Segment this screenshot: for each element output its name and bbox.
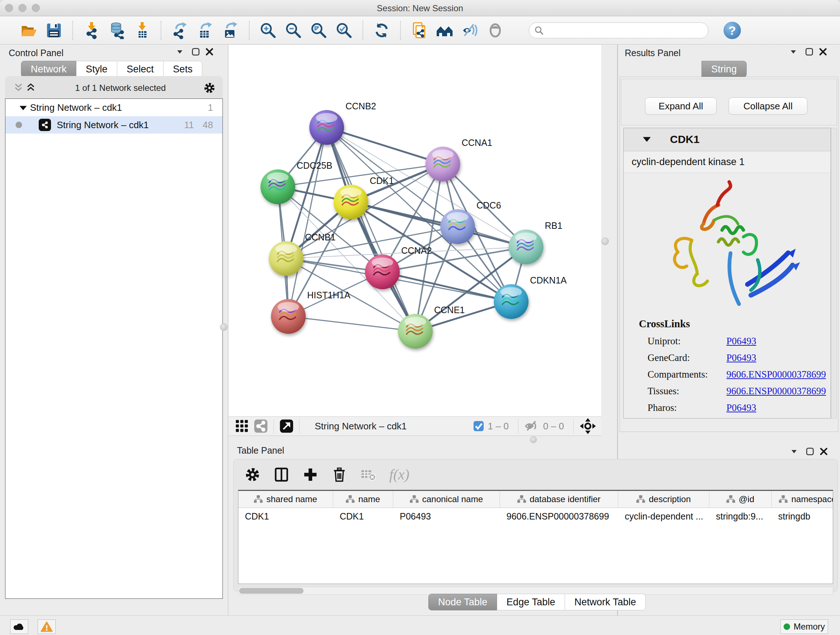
- close-panel-icon[interactable]: [205, 47, 214, 57]
- search-input[interactable]: [546, 24, 708, 37]
- crosslink-link-uniprot-[interactable]: P06493: [726, 336, 756, 347]
- hidden-eye-icon[interactable]: [524, 420, 539, 432]
- left-splitter-handle[interactable]: [220, 323, 227, 331]
- close-panel-icon[interactable]: [818, 47, 828, 57]
- panel-menu-icon[interactable]: [789, 47, 798, 57]
- column-header--id[interactable]: @id: [709, 491, 772, 508]
- column-header-canonical-name[interactable]: canonical name: [393, 491, 500, 508]
- search-field[interactable]: [529, 22, 708, 38]
- cell-description[interactable]: cyclin-dependent ...: [618, 508, 709, 524]
- grid-view-icon[interactable]: [235, 419, 249, 433]
- expand-all-button[interactable]: Expand All: [645, 97, 717, 115]
- network-graph[interactable]: CCNB2CCNA1CDC25BCDK1CDC6RB1CCNB1CCNA2CDK…: [229, 45, 601, 416]
- tab-style[interactable]: Style: [76, 61, 117, 78]
- float-panel-icon[interactable]: [805, 47, 814, 57]
- birds-eye-view-icon[interactable]: [579, 418, 596, 434]
- cell-shared-name[interactable]: CDK1: [238, 508, 333, 524]
- crosslink-link-tissues-[interactable]: 9606.ENSP00000378699: [726, 386, 826, 396]
- tab-network-table[interactable]: Network Table: [565, 594, 646, 610]
- network-row-selected[interactable]: String Network – cdk1 11 48: [5, 116, 223, 134]
- tab-sets[interactable]: Sets: [164, 61, 202, 78]
- edge-CCNB2-CCNE1[interactable]: [327, 127, 415, 331]
- collection-expand-icon[interactable]: [19, 102, 30, 113]
- delete-column-icon[interactable]: [332, 467, 347, 483]
- import-table-icon[interactable]: [134, 22, 151, 39]
- zoom-in-icon[interactable]: [259, 22, 277, 39]
- warnings-button[interactable]: [38, 619, 56, 634]
- crosslink-link-pharos-[interactable]: P06493: [726, 402, 756, 413]
- edge-CCNB2-CCNA1[interactable]: [327, 127, 443, 164]
- edge-CCNA2-CDKN1A[interactable]: [382, 272, 511, 302]
- results-scrollbar[interactable]: [831, 128, 837, 418]
- node-CCNA1[interactable]: CCNA1: [425, 138, 493, 181]
- save-session-icon[interactable]: [45, 22, 63, 39]
- crosslink-link-genecard-[interactable]: P06493: [726, 352, 756, 363]
- tab-edge-table[interactable]: Edge Table: [497, 594, 565, 610]
- table-options-gear-icon[interactable]: [245, 467, 261, 483]
- table-row[interactable]: CDK1CDK1P064939606.ENSP00000378699cyclin…: [238, 508, 833, 524]
- export-network-icon[interactable]: [171, 22, 188, 39]
- node-table[interactable]: shared namenamecanonical namedatabase id…: [238, 490, 833, 584]
- close-panel-icon[interactable]: [819, 447, 829, 456]
- refresh-icon[interactable]: [373, 22, 390, 39]
- crosslink-link-compartments-[interactable]: 9606.ENSP00000378699: [726, 369, 826, 380]
- selected-checkbox-icon[interactable]: [473, 421, 484, 432]
- tab-string[interactable]: String: [701, 61, 747, 78]
- right-splitter-handle[interactable]: [601, 238, 609, 245]
- zoom-fit-icon[interactable]: [310, 22, 327, 39]
- home-icon[interactable]: [436, 22, 453, 39]
- memory-button[interactable]: Memory: [780, 619, 828, 634]
- cloud-status-button[interactable]: [10, 619, 28, 634]
- detach-view-icon[interactable]: [279, 419, 294, 433]
- show-columns-icon[interactable]: [273, 467, 289, 483]
- node-CCNE1[interactable]: CCNE1: [398, 305, 465, 348]
- scrollbar-thumb[interactable]: [239, 588, 303, 594]
- entry-collapse-icon[interactable]: [643, 136, 651, 144]
- node-CDC25B[interactable]: CDC25B: [261, 160, 332, 204]
- cell-name[interactable]: CDK1: [333, 508, 393, 524]
- tab-network[interactable]: Network: [21, 61, 76, 78]
- node-CDKN1A[interactable]: CDKN1A: [494, 275, 567, 319]
- column-header-name[interactable]: name: [333, 491, 393, 508]
- collapse-all-networks-icon[interactable]: [13, 82, 25, 93]
- help-button[interactable]: ?: [723, 22, 741, 39]
- float-panel-icon[interactable]: [805, 447, 815, 456]
- tab-select[interactable]: Select: [117, 61, 164, 78]
- network-canvas[interactable]: CCNB2CCNA1CDC25BCDK1CDC6RB1CCNB1CCNA2CDK…: [229, 45, 601, 416]
- node-RB1[interactable]: RB1: [508, 220, 562, 264]
- edge-HIST1H1A-CCNE1[interactable]: [288, 317, 415, 331]
- column-header-shared-name[interactable]: shared name: [238, 491, 333, 508]
- clone-view-icon[interactable]: [411, 22, 428, 39]
- node-HIST1H1A[interactable]: HIST1H1A: [271, 290, 351, 334]
- expand-all-networks-icon[interactable]: [25, 82, 38, 93]
- column-header-description[interactable]: description: [618, 491, 709, 508]
- zoom-selected-icon[interactable]: [335, 22, 353, 39]
- tab-node-table[interactable]: Node Table: [428, 594, 497, 610]
- network-collection-row[interactable]: String Network – cdk1 1: [5, 99, 223, 116]
- node-CCNB1[interactable]: CCNB1: [269, 232, 336, 276]
- add-column-icon[interactable]: [302, 467, 318, 483]
- collapse-all-button[interactable]: Collapse All: [729, 97, 807, 115]
- cell-namespace[interactable]: stringdb: [772, 508, 833, 524]
- open-session-icon[interactable]: [20, 22, 37, 39]
- network-view-share-icon[interactable]: [254, 419, 268, 433]
- export-image-icon[interactable]: [222, 22, 239, 39]
- show-panels-icon[interactable]: [486, 22, 504, 39]
- panel-menu-icon[interactable]: [175, 47, 185, 57]
- panel-menu-icon[interactable]: [789, 447, 799, 456]
- column-header-database-identifier[interactable]: database identifier: [500, 491, 618, 508]
- node-CCNB2[interactable]: CCNB2: [309, 101, 376, 145]
- column-header-namespace[interactable]: namespace: [772, 491, 833, 508]
- hide-panels-icon[interactable]: [461, 22, 478, 39]
- import-database-icon[interactable]: [108, 22, 126, 39]
- float-panel-icon[interactable]: [191, 47, 201, 57]
- cell--id[interactable]: stringdb:9...: [709, 508, 772, 524]
- network-options-gear-icon[interactable]: [203, 82, 216, 94]
- cell-database-identifier[interactable]: 9606.ENSP00000378699: [500, 508, 618, 524]
- zoom-out-icon[interactable]: [285, 22, 302, 39]
- cell-canonical-name[interactable]: P06493: [393, 508, 500, 524]
- entry-header[interactable]: CDK1: [624, 128, 831, 151]
- node-CDK1[interactable]: CDK1: [333, 176, 394, 219]
- export-table-icon[interactable]: [196, 22, 214, 39]
- import-network-icon[interactable]: [83, 22, 100, 39]
